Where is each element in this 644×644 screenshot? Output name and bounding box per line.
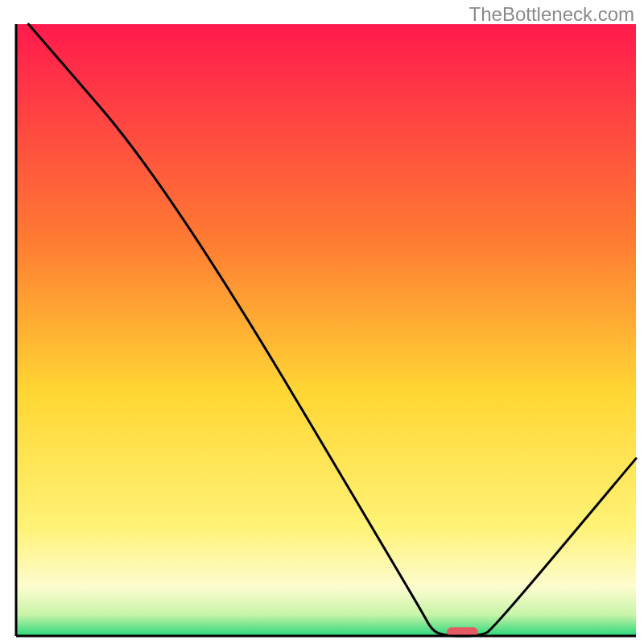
bottleneck-chart xyxy=(0,0,644,644)
optimal-marker xyxy=(447,627,478,636)
watermark: TheBottleneck.com xyxy=(469,3,634,26)
chart-container: TheBottleneck.com xyxy=(0,0,644,644)
